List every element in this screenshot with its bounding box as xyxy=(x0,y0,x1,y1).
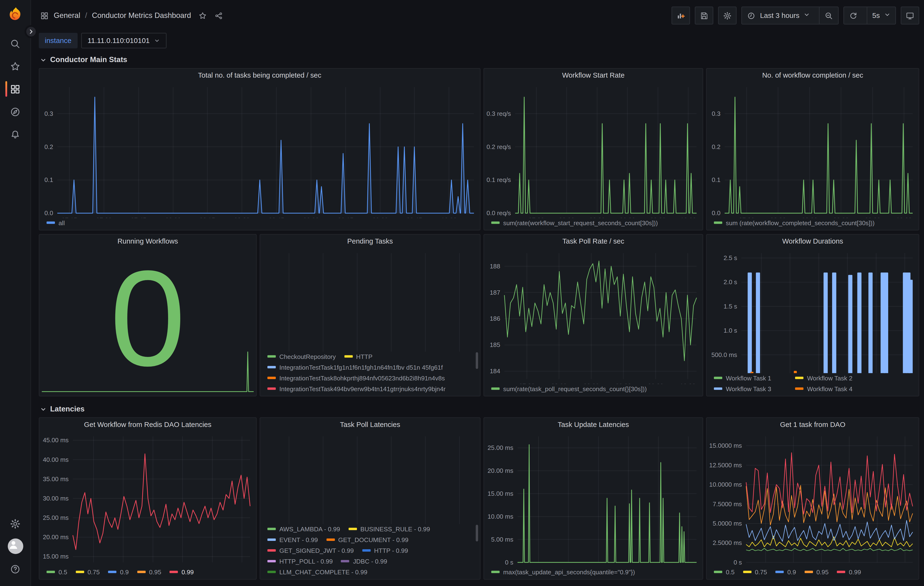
sidebar-item-help[interactable] xyxy=(0,558,31,580)
legend-item[interactable]: IntegrationTestTask1fg1n1f6n1fgh1n64fn1f… xyxy=(267,364,443,371)
variable-label[interactable]: instance xyxy=(39,33,78,48)
row-main-stats-2: Running Workflows 0 Pending Tasks 07:300… xyxy=(39,234,919,396)
user-avatar xyxy=(7,538,23,554)
legend-item[interactable]: 0.95 xyxy=(137,568,161,576)
legend-item[interactable]: HTTP - 0.99 xyxy=(362,547,408,554)
redis-dao-chart[interactable]: 45.00 ms40.00 ms35.00 ms30.00 ms25.00 ms… xyxy=(40,432,256,567)
legend-label: all xyxy=(58,219,65,226)
legend-item[interactable]: Workflow Task 2 xyxy=(795,375,852,381)
svg-text:0.3: 0.3 xyxy=(45,110,53,117)
section-latencies[interactable]: Latencies xyxy=(40,405,919,413)
sidebar-item-dashboards[interactable] xyxy=(0,78,31,100)
time-range-button[interactable]: Last 3 hours xyxy=(742,7,815,24)
legend-label: IntegrationTestTask1fg1n1f6n1fgh1n64fn1f… xyxy=(279,364,443,371)
chevron-down-icon xyxy=(40,406,47,413)
workflow-start-rate-chart[interactable]: 0.3 req/s0.2 req/s0.1 req/s0.0 req/s07:3… xyxy=(484,83,703,218)
sidebar-expand-button[interactable] xyxy=(25,25,38,38)
breadcrumb-separator: / xyxy=(85,12,87,20)
share-icon[interactable] xyxy=(214,11,223,20)
legend-scrollbar[interactable] xyxy=(476,525,478,541)
caret-down-icon xyxy=(154,38,160,44)
legend-item[interactable]: 0.75 xyxy=(76,568,100,576)
pending-tasks-chart[interactable]: 07:3008:0008:3009:0009:3010:00 xyxy=(260,248,480,352)
save-dashboard-button[interactable] xyxy=(695,7,714,25)
legend-item[interactable]: 0.75 xyxy=(743,568,767,576)
dashboard-settings-button[interactable] xyxy=(718,7,737,25)
legend-item[interactable]: sum(rate(workflow_start_request_seconds_… xyxy=(492,219,658,226)
panel-title[interactable]: Task Poll Latencies xyxy=(260,418,480,432)
legend-item[interactable]: 0.99 xyxy=(170,568,194,576)
panel-title[interactable]: Workflow Durations xyxy=(707,235,919,249)
page-title[interactable]: Conductor Metrics Dashboard xyxy=(92,12,191,20)
panel-title[interactable]: Workflow Start Rate xyxy=(484,69,703,83)
svg-text:186: 186 xyxy=(490,315,500,322)
legend-item[interactable]: max(task_update_api_seconds{quantile="0.… xyxy=(492,568,635,576)
svg-text:30.00 ms: 30.00 ms xyxy=(43,495,69,502)
legend-item[interactable]: AWS_LAMBDA - 0.99 xyxy=(267,525,340,533)
get-one-task-dao-chart[interactable]: 15.0000 ms12.5000 ms10.0000 ms7.5000 ms5… xyxy=(707,432,919,567)
legend-item[interactable]: GET_SIGNED_JWT - 0.99 xyxy=(267,547,354,554)
section-conductor-main-stats[interactable]: Conductor Main Stats xyxy=(40,56,919,64)
legend-item[interactable]: HTTP_POLL - 0.99 xyxy=(267,558,333,565)
svg-text:2.0 s: 2.0 s xyxy=(724,279,737,286)
variable-value: 11.11.0.110:010101 xyxy=(87,36,150,45)
sidebar-item-configuration[interactable] xyxy=(0,512,31,535)
legend-item[interactable]: sum (rate(workflow_completed_seconds_cou… xyxy=(714,219,874,226)
grafana-logo-icon[interactable] xyxy=(6,6,24,24)
legend-item[interactable]: all xyxy=(46,219,65,226)
legend-item[interactable]: HTTP xyxy=(344,353,373,360)
task-poll-latencies-chart[interactable]: 07:3008:0008:3009:0009:3010:00 xyxy=(260,432,480,524)
legend-item[interactable]: 0.5 xyxy=(714,568,735,576)
workflow-completion-chart[interactable]: 0.30.20.10.007:3008:0008:3009:0009:3010:… xyxy=(707,83,919,218)
svg-text:10.00 ms: 10.00 ms xyxy=(488,513,513,520)
legend-item[interactable]: CheckoutRepository xyxy=(267,353,336,360)
add-panel-button[interactable] xyxy=(672,7,690,25)
panel-title[interactable]: Task Update Latencies xyxy=(484,418,703,432)
task-poll-rate-legend: sum(rate(task_poll_request_seconds_count… xyxy=(484,384,703,396)
legend-item[interactable]: Workflow Task 4 xyxy=(795,385,852,392)
legend-item[interactable]: LLM_CHAT_COMPLETE - 0.99 xyxy=(267,568,368,576)
breadcrumb-section[interactable]: General xyxy=(54,12,80,20)
task-update-latencies-chart[interactable]: 25.00 ms20.00 ms15.00 ms10.00 ms5.00 ms0… xyxy=(484,432,703,567)
legend-item[interactable]: 0.99 xyxy=(837,568,861,576)
variable-value-dropdown[interactable]: 11.11.0.110:010101 xyxy=(81,33,167,48)
total-tasks-chart[interactable]: 0.30.20.10.007:1507:3007:4508:0008:1508:… xyxy=(40,83,480,218)
sidebar-item-explore[interactable] xyxy=(0,100,31,123)
legend-swatch xyxy=(267,388,276,390)
legend-item[interactable]: IntegrationTestTask8ohkprthj894nfv05623n… xyxy=(267,375,445,381)
legend-item[interactable]: EVENT - 0.99 xyxy=(267,536,318,543)
legend-item[interactable]: 0.9 xyxy=(108,568,129,576)
sidebar-item-profile[interactable] xyxy=(0,535,31,558)
sidebar-item-alerting[interactable] xyxy=(0,123,31,146)
legend-item[interactable]: sum(rate(task_poll_request_seconds_count… xyxy=(492,385,647,392)
legend-item[interactable]: 0.95 xyxy=(804,568,828,576)
legend-item[interactable]: 0.9 xyxy=(776,568,796,576)
refresh-interval-button[interactable]: 5s xyxy=(867,7,895,24)
legend-swatch xyxy=(492,388,500,390)
panel-title[interactable]: Get Workflow from Redis DAO Latencies xyxy=(40,418,256,432)
legend-item[interactable]: BUSINESS_RULE - 0.99 xyxy=(348,525,430,533)
zoom-out-button[interactable] xyxy=(819,7,838,24)
legend-item[interactable]: Workflow Task 3 xyxy=(714,385,771,392)
panel-title[interactable]: Pending Tasks xyxy=(260,235,480,249)
refresh-button[interactable] xyxy=(844,7,863,24)
legend-item[interactable]: GET_DOCUMENT - 0.99 xyxy=(326,536,408,543)
pending-tasks-legend: CheckoutRepositoryHTTPIntegrationTestTas… xyxy=(260,352,480,396)
legend-item[interactable]: 0.5 xyxy=(46,568,67,576)
tv-mode-button[interactable] xyxy=(901,7,919,25)
favorite-star-icon[interactable] xyxy=(198,11,207,20)
save-icon xyxy=(700,11,709,20)
stat-panel-body[interactable]: 0 xyxy=(40,248,256,396)
legend-item[interactable]: Workflow Task 1 xyxy=(714,375,771,381)
workflow-durations-chart[interactable]: 2.5 s2.0 s1.5 s1.0 s500.0 ms0 s07:3008:0… xyxy=(707,248,919,373)
panel-title[interactable]: No. of workflow completion / sec xyxy=(707,69,919,83)
panel-title[interactable]: Total no. of tasks being completed / sec xyxy=(40,69,480,83)
panel-title[interactable]: Task Poll Rate / sec xyxy=(484,235,703,249)
sidebar-item-starred[interactable] xyxy=(0,55,31,78)
legend-item[interactable]: IntegrationTestTask494bv9erw9b4tn141gtrr… xyxy=(267,385,446,392)
row-main-stats-1: Total no. of tasks being completed / sec… xyxy=(39,68,919,230)
legend-scrollbar[interactable] xyxy=(476,352,478,369)
legend-item[interactable]: JDBC - 0.99 xyxy=(341,558,387,565)
panel-title[interactable]: Get 1 task from DAO xyxy=(707,418,919,432)
task-poll-rate-chart[interactable]: 18818718618518407:3008:0008:3009:0009:30… xyxy=(484,248,703,384)
